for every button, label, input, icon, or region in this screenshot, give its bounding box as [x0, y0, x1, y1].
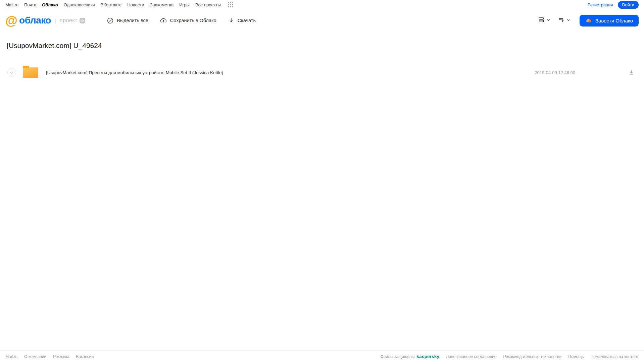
- create-cloud-button[interactable]: Завести Облако: [580, 15, 639, 27]
- download-icon: [228, 17, 235, 24]
- file-row[interactable]: [UsupovMarket.com] Пресеты для мобильных…: [5, 66, 639, 79]
- file-date: 2019-04-09 12:46:00: [535, 70, 575, 75]
- folder-icon: [23, 67, 38, 78]
- row-download-icon[interactable]: [628, 69, 635, 76]
- chevron-down-icon: [566, 17, 571, 23]
- portal-link-vkontakte[interactable]: ВКонтакте: [101, 2, 122, 7]
- portal-link-oblako[interactable]: Облако: [42, 2, 58, 7]
- portal-nav: Mail.ru Почта Облако Одноклассники ВКонт…: [5, 2, 233, 7]
- sort-order-icon: [558, 16, 565, 24]
- footer-right-links: Файлы защищены kaspersky Лицензионное со…: [380, 354, 639, 359]
- portal-top-bar: Mail.ru Почта Облако Одноклассники ВКонт…: [0, 0, 644, 9]
- divider: |: [55, 18, 56, 23]
- select-all-button[interactable]: Выделить все: [107, 17, 148, 24]
- footer-link-report[interactable]: Пожаловаться на контент: [591, 354, 639, 359]
- cloud-icon: [585, 17, 592, 24]
- footer-left-links: Mail.ru О компании Реклама Вакансии: [5, 354, 94, 359]
- save-to-cloud-button[interactable]: Сохранить в Облако: [160, 17, 216, 24]
- project-label: проект: [60, 17, 78, 23]
- view-mode-icon: [538, 16, 545, 24]
- cloud-header: @ облако | проект vk Выделить все Сохран…: [0, 9, 644, 32]
- portal-link-igry[interactable]: Игры: [179, 2, 190, 7]
- footer-link-ads[interactable]: Реклама: [53, 354, 69, 359]
- check-icon: [9, 70, 14, 75]
- footer-link-recommendations[interactable]: Рекомендательные технологии: [503, 354, 562, 359]
- kaspersky-logo[interactable]: kaspersky: [416, 354, 439, 359]
- vk-logo-icon: vk: [80, 18, 85, 23]
- select-all-label: Выделить все: [117, 18, 148, 23]
- portal-link-pochta[interactable]: Почта: [24, 2, 36, 7]
- vk-project-tag: | проект vk: [55, 17, 85, 23]
- file-name[interactable]: [UsupovMarket.com] Пресеты для мобильных…: [46, 70, 535, 75]
- footer-link-license[interactable]: Лицензионное соглашение: [446, 354, 496, 359]
- download-button[interactable]: Скачать: [228, 17, 256, 24]
- save-to-cloud-label: Сохранить в Облако: [170, 18, 216, 23]
- protected-by-label: Файлы защищены: [380, 354, 414, 359]
- kaspersky-protection: Файлы защищены kaspersky: [380, 354, 439, 359]
- sort-order-selector[interactable]: [558, 16, 571, 24]
- portal-link-all-projects[interactable]: Все проекты: [195, 2, 221, 7]
- create-cloud-label: Завести Облако: [595, 18, 633, 23]
- register-link[interactable]: Регистрация: [588, 2, 613, 7]
- portal-link-mailru[interactable]: Mail.ru: [5, 2, 18, 7]
- row-checkbox[interactable]: [7, 68, 16, 77]
- login-button[interactable]: Войти: [618, 1, 639, 9]
- footer-link-company[interactable]: О компании: [24, 354, 46, 359]
- footer-link-mailru[interactable]: Mail.ru: [5, 354, 17, 359]
- file-actions-toolbar: Выделить все Сохранить в Облако Скачать: [107, 9, 256, 32]
- page-footer: Mail.ru О компании Реклама Вакансии Файл…: [0, 351, 644, 362]
- portal-auth: Регистрация Войти: [588, 1, 639, 9]
- footer-link-jobs[interactable]: Вакансии: [76, 354, 94, 359]
- footer-link-help[interactable]: Помощь: [568, 354, 584, 359]
- view-mode-selector[interactable]: [538, 16, 551, 24]
- portal-link-odnoklassniki[interactable]: Одноклассники: [64, 2, 95, 7]
- cloud-logo-text: облако: [19, 15, 51, 26]
- portal-link-znakomstva[interactable]: Знакомства: [150, 2, 174, 7]
- mailru-at-icon: @: [5, 14, 17, 27]
- portal-link-novosti[interactable]: Новости: [127, 2, 144, 7]
- chevron-down-icon: [546, 17, 551, 23]
- header-right-controls: Завести Облако: [538, 15, 639, 27]
- cloud-logo[interactable]: @ облако: [5, 14, 51, 27]
- check-circle-icon: [107, 17, 114, 24]
- cloud-upload-icon: [160, 17, 167, 24]
- download-label: Скачать: [238, 18, 256, 23]
- page-title: [UsupovMarket.com] U_49624: [7, 42, 102, 50]
- apps-grid-icon[interactable]: [228, 2, 233, 7]
